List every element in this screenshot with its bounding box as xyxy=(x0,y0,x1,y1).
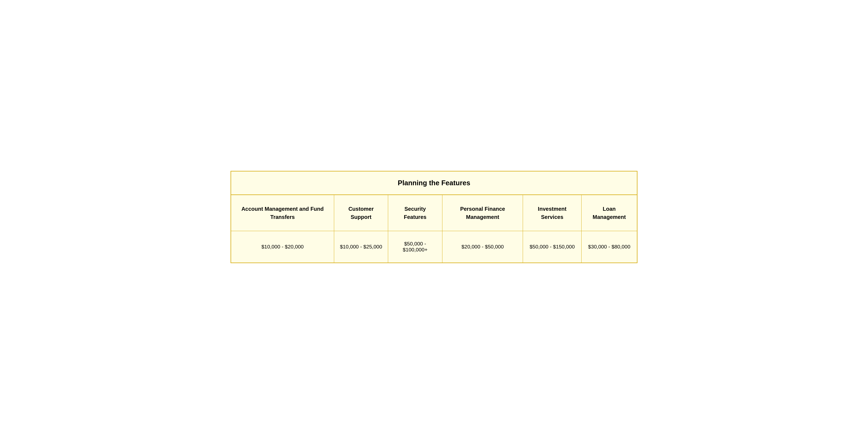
value-cell-4: $50,000 - $150,000 xyxy=(523,231,581,263)
value-cell-0: $10,000 - $20,000 xyxy=(231,231,334,263)
value-cell-2: $50,000 - $100,000+ xyxy=(388,231,442,263)
value-cell-1: $10,000 - $25,000 xyxy=(334,231,388,263)
header-cell-2: Security Features xyxy=(388,195,442,231)
value-cell-3: $20,000 - $50,000 xyxy=(442,231,523,263)
value-cell-5: $30,000 - $80,000 xyxy=(581,231,637,263)
main-container: Planning the Features Account Management… xyxy=(230,171,638,263)
planning-table: Planning the Features Account Management… xyxy=(230,171,638,263)
header-cell-1: Customer Support xyxy=(334,195,388,231)
header-row: Account Management and Fund TransfersCus… xyxy=(231,195,637,231)
value-row: $10,000 - $20,000$10,000 - $25,000$50,00… xyxy=(231,231,637,263)
table-title: Planning the Features xyxy=(231,171,637,195)
header-cell-0: Account Management and Fund Transfers xyxy=(231,195,334,231)
header-cell-4: Investment Services xyxy=(523,195,581,231)
title-row: Planning the Features xyxy=(231,171,637,195)
header-cell-5: Loan Management xyxy=(581,195,637,231)
header-cell-3: Personal Finance Management xyxy=(442,195,523,231)
